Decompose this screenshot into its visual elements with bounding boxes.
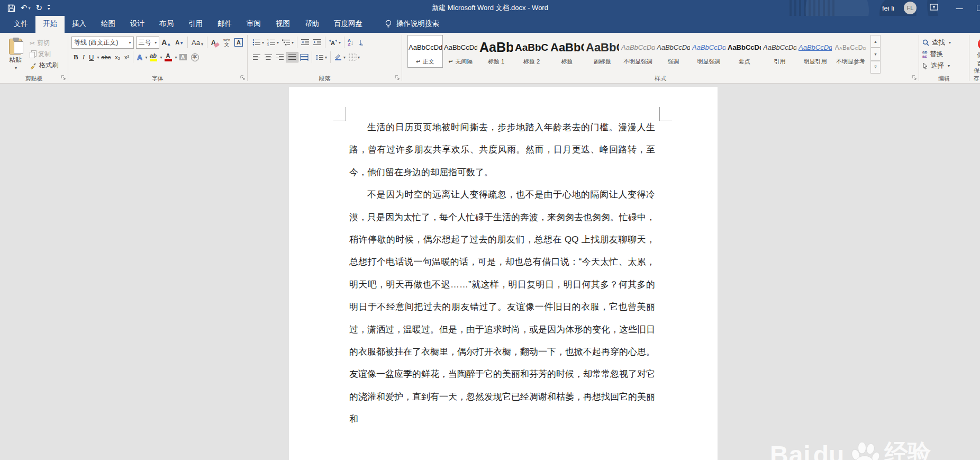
tab-review[interactable]: 审阅	[239, 15, 268, 33]
subscript-button[interactable]: x₂	[113, 53, 122, 61]
paragraph-1[interactable]: 生活的日历页页地被时间撕去，步步地踏入年龄老去的门槛。漫漫人生路，曾有过许多朋友…	[349, 116, 655, 184]
italic-button[interactable]: I	[80, 52, 87, 62]
increase-indent-button[interactable]	[311, 38, 323, 47]
tab-home[interactable]: 开始	[35, 15, 65, 33]
tell-me-search[interactable]: 操作说明搜索	[385, 19, 439, 33]
style-emphasis[interactable]: AaBbCcDd强调	[656, 35, 691, 68]
style-no-spacing[interactable]: AaBbCcDd↵ 无间隔	[443, 35, 478, 68]
bold-button[interactable]: B	[71, 52, 80, 62]
line-spacing-caret-icon: ▾	[325, 55, 327, 60]
tab-mailings[interactable]: 邮件	[210, 15, 239, 33]
redo-button[interactable]: ↻	[36, 3, 43, 13]
text-effects-button[interactable]: A	[135, 52, 144, 62]
change-case-button[interactable]: Aa▾	[189, 38, 205, 48]
phonetic-guide-button[interactable]: wén文	[221, 37, 232, 48]
styles-scroll-up-button[interactable]: ▲	[870, 35, 881, 48]
style-normal[interactable]: AaBbCcDd↵ 正文	[407, 35, 443, 68]
style-intense-emphasis[interactable]: AaBbCcDd明显强调	[691, 35, 727, 68]
styles-gallery-more-button[interactable]: ⊽	[870, 61, 881, 74]
styles-dialog-launcher[interactable]	[912, 75, 917, 82]
grow-font-button[interactable]: A▲	[159, 37, 173, 48]
replace-button[interactable]: abac 替换	[922, 50, 967, 59]
tab-draw[interactable]: 绘图	[94, 15, 123, 33]
style-subtle-emphasis[interactable]: AaBbCcDd不明显强调	[620, 35, 656, 68]
sort-button[interactable]: AZ↓	[346, 38, 355, 47]
tab-design[interactable]: 设计	[123, 15, 152, 33]
align-left-button[interactable]	[251, 53, 262, 62]
style-subtitle[interactable]: AaBbCc副标题	[585, 35, 620, 68]
character-border-button[interactable]: A	[232, 37, 245, 48]
minimize-button[interactable]: —	[951, 4, 967, 12]
align-center-button[interactable]	[262, 53, 274, 62]
enclose-characters-button[interactable]: 字	[189, 52, 201, 62]
copy-button[interactable]: 复制	[30, 50, 58, 59]
show-hide-marks-button[interactable]	[355, 38, 366, 47]
styles-scroll-down-button[interactable]: ▼	[870, 48, 881, 60]
find-button[interactable]: 查找 ▾	[922, 38, 967, 47]
tab-insert[interactable]: 插入	[65, 15, 94, 33]
save-icon[interactable]	[7, 4, 15, 12]
tab-view[interactable]: 视图	[268, 15, 297, 33]
maximize-button[interactable]	[977, 5, 980, 11]
borders-button[interactable]: ▾	[347, 52, 361, 62]
style-heading-1[interactable]: AaBbCc标题 1	[478, 35, 514, 68]
numbering-caret-icon: ▾	[277, 40, 279, 45]
highlight-color-button[interactable]: ab	[148, 52, 159, 62]
avatar[interactable]: FL	[904, 2, 917, 14]
document-page[interactable]: 生活的日历页页地被时间撕去，步步地踏入年龄老去的门槛。漫漫人生路，曾有过许多朋友…	[289, 87, 718, 460]
character-shading-button[interactable]: A	[177, 53, 189, 61]
font-dialog-launcher[interactable]	[240, 75, 246, 82]
font-color-bar	[165, 59, 172, 61]
tab-help[interactable]: 帮助	[297, 15, 326, 33]
shrink-font-button[interactable]: A▼	[173, 38, 186, 47]
ribbon-display-options-button[interactable]	[926, 4, 942, 12]
decrease-indent-button[interactable]	[299, 38, 311, 47]
tab-file[interactable]: 文件	[6, 15, 35, 33]
cut-button[interactable]: ✂ 剪切	[30, 39, 58, 48]
find-caret-icon: ▾	[949, 40, 951, 45]
distribute-button[interactable]	[298, 53, 310, 62]
group-paragraph: ▾ 123▾ ▾ A▾ AZ↓	[248, 33, 402, 83]
strikethrough-button[interactable]: abc	[99, 53, 113, 61]
document-text[interactable]: 生活的日历页页地被时间撕去，步步地踏入年龄老去的门槛。漫漫人生路，曾有过许多朋友…	[349, 116, 655, 431]
justify-button[interactable]	[286, 52, 298, 62]
style-label: 标题 2	[523, 58, 540, 66]
paragraph-dialog-launcher[interactable]	[395, 75, 400, 82]
shading-icon	[334, 53, 342, 61]
customize-qat-button[interactable]: ▾	[48, 5, 50, 11]
superscript-button[interactable]: x²	[122, 53, 131, 61]
format-painter-button[interactable]: 格式刷	[30, 61, 58, 70]
tab-layout[interactable]: 布局	[152, 15, 181, 33]
line-spacing-button[interactable]: ▾	[314, 53, 329, 62]
editing-group-label: 编辑	[938, 75, 950, 83]
paragraph-2[interactable]: 不是因为时空的远离让人变得疏忽，也不是由于心地的隔阂让人变得冷漠，只是因为太忙了…	[349, 184, 655, 430]
underline-button[interactable]: U	[87, 52, 96, 62]
user-name[interactable]: fei li	[882, 4, 894, 12]
tell-me-label: 操作说明搜索	[396, 19, 439, 29]
font-size-combobox[interactable]: 三号 ▾	[136, 37, 160, 49]
tab-references[interactable]: 引用	[181, 15, 210, 33]
clipboard-dialog-launcher[interactable]	[61, 75, 66, 82]
select-button[interactable]: 选择 ▾	[922, 61, 967, 70]
style-subtle-reference[interactable]: AaBbCcDd不明显参考	[833, 35, 868, 68]
asian-layout-button[interactable]: A▾	[327, 38, 342, 47]
style-heading-2[interactable]: AaBbCc标题 2	[514, 35, 549, 68]
undo-button[interactable]: ↶▾	[21, 3, 31, 13]
styles-gallery-scrollbar: ▲ ▼ ⊽	[870, 35, 881, 74]
font-name-combobox[interactable]: 等线 (西文正文) ▾	[71, 37, 134, 49]
style-title[interactable]: AaBbCc标题	[549, 35, 585, 68]
clear-formatting-button[interactable]: A	[209, 38, 221, 48]
baidu-paw-icon	[848, 441, 881, 460]
multilevel-list-button[interactable]: ▾	[280, 38, 295, 47]
style-intense-quote[interactable]: AaBbCcDd明显引用	[797, 35, 833, 68]
style-quote[interactable]: AaBbCcDd引用	[762, 35, 797, 68]
undo-caret-icon[interactable]: ▾	[29, 6, 31, 11]
font-color-button[interactable]: A	[162, 52, 174, 62]
tab-baidu-netdisk[interactable]: 百度网盘	[326, 15, 370, 33]
paste-button[interactable]: 粘贴 ▾	[3, 35, 28, 74]
numbering-button[interactable]: 123▾	[266, 38, 280, 47]
style-strong[interactable]: AaBbCcDd要点	[727, 35, 762, 68]
bullets-button[interactable]: ▾	[251, 38, 266, 47]
shading-button[interactable]: ▾	[332, 52, 347, 62]
align-right-button[interactable]	[274, 53, 286, 62]
